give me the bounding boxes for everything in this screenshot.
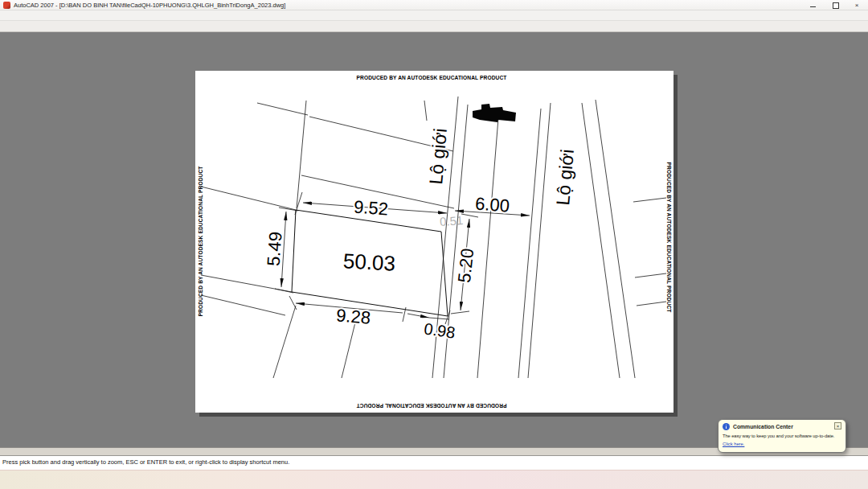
- paper-sheet[interactable]: PRODUCED BY AN AUTODESK EDUCATIONAL PROD…: [195, 71, 674, 413]
- balloon-title: Communication Center: [733, 424, 793, 429]
- taskbar: 29°C Nhiều mây Search Zalo: [0, 470, 868, 489]
- close-button[interactable]: ×: [852, 2, 862, 9]
- balloon-body: The easy way to keep you and your softwa…: [723, 434, 843, 438]
- road-label-left: Lộ giới: [425, 127, 451, 185]
- faint-dim-artifact: 0.51: [439, 213, 463, 228]
- cadastral-linework: PRODUCED BY AN AUTODESK EDUCATIONAL PROD…: [195, 71, 674, 413]
- balloon-close-button[interactable]: ×: [834, 422, 841, 429]
- edu-banner-top: PRODUCED BY AN AUTODESK EDUCATIONAL PROD…: [357, 75, 507, 80]
- autocad-app-icon: [3, 2, 10, 9]
- restore-button[interactable]: [831, 2, 841, 9]
- edu-banner-bottom: PRODUCED BY AN AUTODESK EDUCATIONAL PROD…: [357, 403, 507, 409]
- balloon-link[interactable]: Click here.: [723, 442, 744, 446]
- dim-road-depth: 5.20: [454, 248, 477, 284]
- edu-banner-left: PRODUCED BY AN AUTODESK EDUCATIONAL PROD…: [198, 166, 203, 317]
- building-footprint: [473, 104, 516, 122]
- parcel-area-value: 50.03: [342, 249, 396, 275]
- dim-top-width: 9.52: [353, 197, 388, 220]
- command-prompt-text: Press pick button and drag vertically to…: [2, 458, 289, 466]
- command-line[interactable]: Press pick button and drag vertically to…: [0, 455, 868, 470]
- desktop-screen: AutoCAD 2007 - [D:\BAN DO BINH TAN\fileC…: [0, 0, 868, 489]
- toolbar-row: [0, 21, 868, 32]
- dim-bottom-width: 9.28: [335, 305, 371, 328]
- road-label-right: Lộ giới: [552, 148, 578, 206]
- menu-row: ×: [0, 10, 868, 21]
- info-icon: [723, 423, 730, 430]
- window-title: AutoCAD 2007 - [D:\BAN DO BINH TAN\fileC…: [14, 2, 285, 9]
- dim-bottom-ext: 0.98: [423, 319, 457, 341]
- edu-banner-right: PRODUCED BY AN AUTODESK EDUCATIONAL PROD…: [666, 162, 672, 313]
- minimize-button[interactable]: [809, 2, 818, 9]
- titlebar: AutoCAD 2007 - [D:\BAN DO BINH TAN\fileC…: [0, 0, 868, 10]
- dim-road-width: 6.00: [474, 194, 510, 216]
- dim-left-height: 5.49: [264, 231, 286, 266]
